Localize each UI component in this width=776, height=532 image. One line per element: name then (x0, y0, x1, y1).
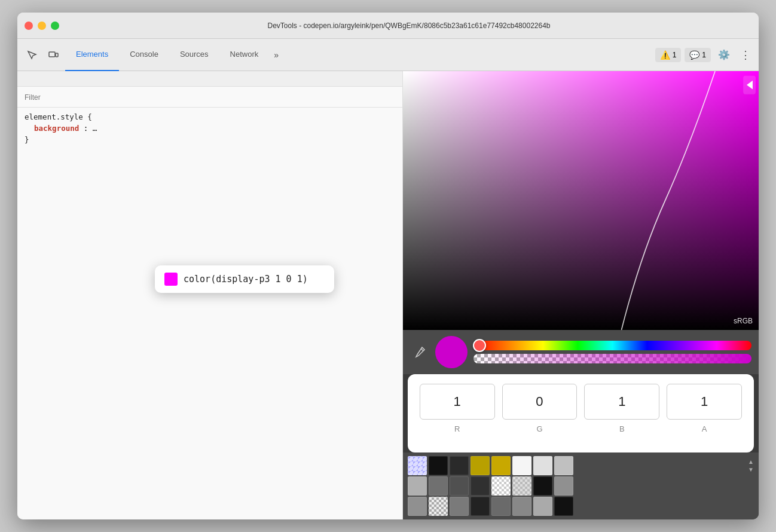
svg-rect-0 (49, 52, 55, 57)
swatch-16[interactable] (408, 497, 427, 516)
tab-console[interactable]: Console (119, 39, 169, 71)
swatch-1[interactable] (429, 456, 448, 475)
color-value-text: color(display-p3 1 0 1) (184, 274, 308, 285)
swatch-17[interactable] (429, 497, 448, 516)
swatch-4[interactable] (491, 456, 511, 475)
traffic-lights (25, 22, 59, 30)
swatches-row-3 (408, 497, 754, 516)
filter-bar (17, 87, 402, 108)
svg-rect-3 (403, 71, 759, 330)
swatches-scroll: ▲ ▼ (748, 458, 754, 473)
scroll-down-button[interactable]: ▼ (748, 466, 754, 473)
swatch-13[interactable] (512, 476, 531, 496)
toolbar-right: ⚠️ 1 💬 1 ⚙️ ⋮ (655, 45, 754, 65)
css-panel: element.style { background : … } (17, 108, 402, 149)
srgb-label: sRGB (734, 317, 753, 325)
color-swatch-preview[interactable] (164, 273, 178, 286)
titlebar: DevTools - codepen.io/argyleink/pen/QWBg… (17, 13, 759, 39)
window-title: DevTools - codepen.io/argyleink/pen/QWBg… (66, 22, 751, 30)
css-close-brace: } (25, 135, 395, 144)
hue-slider[interactable] (473, 341, 751, 350)
swatch-20[interactable] (491, 497, 511, 516)
devtools-toolbar: Elements Console Sources Network » ⚠️ 1 … (17, 39, 759, 71)
css-property-value[interactable]: … (93, 124, 97, 133)
swatch-2[interactable] (450, 456, 469, 475)
color-circle-preview[interactable] (435, 336, 468, 368)
swatch-12[interactable] (491, 476, 511, 496)
breadcrumb-bar (17, 71, 402, 87)
main-content: element.style { background : … } color(d… (17, 71, 759, 519)
warnings-badge[interactable]: ⚠️ 1 (655, 48, 682, 62)
rgba-panel: R G B A (408, 374, 754, 452)
eyedropper-button[interactable] (410, 343, 429, 362)
main-tabs: Elements Console Sources Network » (65, 39, 653, 71)
swatch-5[interactable] (512, 456, 531, 475)
a-field: A (667, 384, 742, 433)
css-selector: element.style { (25, 112, 395, 121)
swatch-9[interactable] (429, 476, 448, 496)
right-panel: ◀ sRGB (403, 71, 759, 519)
swatch-23[interactable] (554, 497, 573, 516)
css-colon: : (84, 124, 93, 133)
tab-sources[interactable]: Sources (169, 39, 219, 71)
b-field: B (584, 384, 659, 433)
r-input[interactable] (420, 384, 495, 420)
swatch-15[interactable] (554, 476, 573, 496)
tab-network[interactable]: Network (219, 39, 270, 71)
swatches-area: ▲ ▼ (403, 452, 759, 519)
swatch-11[interactable] (471, 476, 490, 496)
more-tabs-button[interactable]: » (269, 39, 283, 71)
g-input[interactable] (502, 384, 578, 420)
minimize-button[interactable] (38, 22, 46, 30)
tab-elements[interactable]: Elements (65, 39, 119, 71)
swatch-6[interactable] (533, 456, 552, 475)
warning-icon: ⚠️ (660, 50, 670, 60)
g-field: G (502, 384, 578, 433)
color-tooltip: color(display-p3 1 0 1) (155, 265, 334, 293)
svg-rect-1 (56, 53, 58, 57)
swatch-10[interactable] (450, 476, 469, 496)
swatch-3[interactable] (471, 456, 490, 475)
color-gradient-area[interactable]: ◀ sRGB (403, 71, 759, 330)
swatch-8[interactable] (408, 476, 427, 496)
css-property-name: background (34, 124, 79, 133)
swatch-14[interactable] (533, 476, 552, 496)
close-button[interactable] (25, 22, 33, 30)
b-label: B (619, 424, 625, 433)
r-label: R (454, 424, 460, 433)
b-input[interactable] (584, 384, 659, 420)
sliders-area (473, 341, 751, 363)
swatches-row-1: ▲ ▼ (408, 456, 754, 475)
swatch-7[interactable] (554, 456, 573, 475)
r-field: R (420, 384, 495, 433)
scroll-up-button[interactable]: ▲ (748, 458, 754, 465)
left-panel: element.style { background : … } color(d… (17, 71, 403, 519)
swatch-18[interactable] (450, 497, 469, 516)
swatch-21[interactable] (512, 497, 531, 516)
opacity-slider[interactable] (473, 354, 751, 363)
g-label: G (536, 424, 542, 433)
settings-button[interactable]: ⚙️ (714, 45, 734, 65)
swatch-19[interactable] (471, 497, 490, 516)
maximize-button[interactable] (51, 22, 59, 30)
css-property-line: background : … (25, 124, 395, 133)
messages-badge[interactable]: 💬 1 (685, 48, 711, 62)
device-toggle-icon[interactable] (44, 45, 63, 65)
swatch-0[interactable] (408, 456, 427, 475)
a-input[interactable] (667, 384, 742, 420)
filter-input[interactable] (25, 93, 395, 102)
swatches-row-2 (408, 476, 754, 496)
message-icon: 💬 (689, 50, 699, 60)
rgba-inputs: R G B A (420, 384, 742, 433)
svg-text:◀: ◀ (747, 78, 753, 90)
color-controls (403, 330, 759, 374)
inspect-icon[interactable] (22, 45, 41, 65)
a-label: A (702, 424, 707, 433)
swatch-22[interactable] (533, 497, 552, 516)
more-options-button[interactable]: ⋮ (737, 45, 754, 65)
svg-line-6 (421, 348, 423, 351)
